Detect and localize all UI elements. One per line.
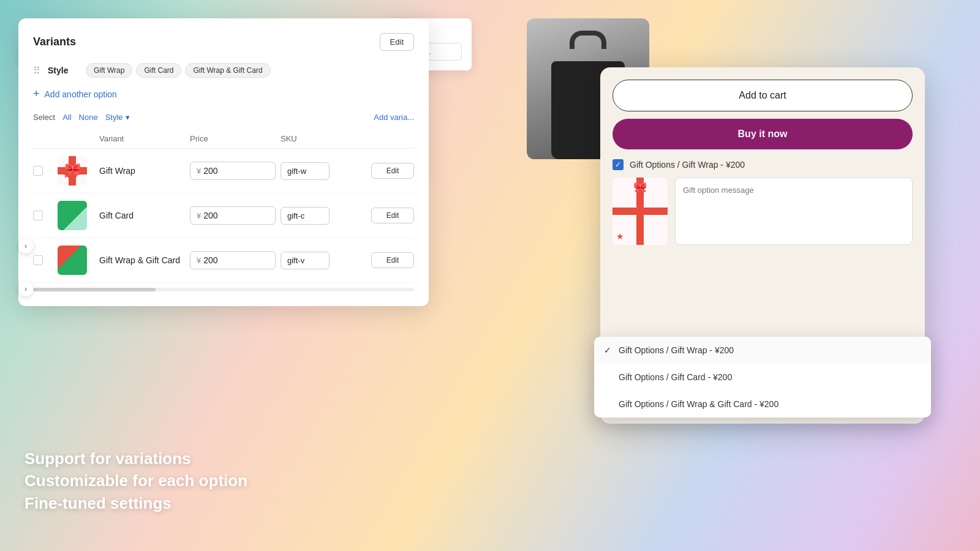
dropdown-spacer [612,255,913,347]
dropdown-item-2-label: Gift Options / Gift Card - ¥200 [619,372,732,382]
drag-handle-icon[interactable]: ⠿ [33,65,40,77]
checkmark-icon: ✓ [615,160,621,169]
variants-title: Variants [33,36,76,48]
gift-option-content: 🎀 ★ [612,178,913,245]
checkmark-icon: ✓ [604,345,614,355]
row-2-price[interactable]: ¥ 200 [190,206,276,225]
header-image-col [58,134,94,143]
table-row: 🎀 ★ Gift Wrap ¥ 200 gift-w Edit [33,149,414,193]
select-label: Select [33,113,55,122]
header-sku-col: SKU [281,134,366,143]
plus-icon: + [33,88,40,100]
row-2-thumb [58,201,87,230]
collapse-arrow-bottom[interactable]: › [18,282,33,296]
bottom-text-section: Support for variations Customizable for … [24,448,247,514]
gift-message-textarea[interactable] [675,178,913,245]
row-3-checkbox[interactable] [33,255,43,265]
style-tag-gift-wrap: Gift Wrap [86,63,132,78]
header-variant-col: Variant [99,134,185,143]
row-1-name: Gift Wrap [99,166,185,176]
select-none-link[interactable]: None [79,113,98,122]
select-all-link[interactable]: All [62,113,71,122]
row-3-sku[interactable]: gift-v [281,252,330,269]
style-label: Style [48,66,78,75]
row-2-sku[interactable]: gift-c [281,207,330,225]
dropdown-item-3-label: Gift Options / Gift Wrap & Gift Card - ¥… [619,399,778,409]
add-option-label: Add another option [45,89,117,99]
select-style-btn[interactable]: Style ▾ [105,113,130,122]
chevron-right-icon-2: › [24,285,27,293]
buy-it-now-button[interactable]: Buy it now [612,119,913,149]
header-price-col: Price [190,134,276,143]
row-2-name: Gift Card [99,211,185,220]
dropdown-menu: ✓ Gift Options / Gift Wrap - ¥200 Gift O… [594,337,931,418]
variants-header: Variants Edit [33,33,414,51]
horizontal-scrollbar[interactable] [33,288,414,291]
gift-option-section: ✓ Gift Options / Gift Wrap - ¥200 🎀 ★ [612,159,913,245]
add-option-button[interactable]: + Add another option [33,88,414,100]
dropdown-item-1[interactable]: ✓ Gift Options / Gift Wrap - ¥200 [594,337,931,364]
style-section: ⠿ Style Gift Wrap Gift Card Gift Wrap & … [33,63,414,78]
row-3-edit-button[interactable]: Edit [371,252,414,268]
gift-option-image: 🎀 ★ [612,178,668,245]
style-tag-gift-wrap-card: Gift Wrap & Gift Card [185,63,270,78]
bottom-text-line-1: Support for variations [24,448,247,470]
bottom-text-line-3: Fine-tuned settings [24,492,247,514]
style-row: ⠿ Style Gift Wrap Gift Card Gift Wrap & … [33,63,414,78]
select-row: Select All None Style ▾ Add varia... [33,113,414,122]
dropdown-item-1-label: Gift Options / Gift Wrap - ¥200 [619,345,734,355]
variants-table: Variant Price SKU 🎀 ★ Gift Wrap [33,129,414,283]
style-tag-gift-card: Gift Card [136,63,181,78]
row-2-checkbox[interactable] [33,211,43,220]
scrollbar-thumb[interactable] [33,288,156,291]
chevron-right-icon: › [24,242,27,250]
row-1-thumb: 🎀 ★ [58,156,87,186]
dropdown-item-3[interactable]: Gift Options / Gift Wrap & Gift Card - ¥… [594,391,931,418]
gift-option-checkbox-row: ✓ Gift Options / Gift Wrap - ¥200 [612,159,913,170]
collapse-arrow-top[interactable]: › [18,239,33,253]
header-checkbox-col [33,134,53,143]
table-row: Gift Wrap & Gift Card ¥ 200 gift-v Edit [33,238,414,283]
bottom-text-line-2: Customizable for each option [24,470,247,492]
admin-panel: Variants Edit ⠿ Style Gift Wrap Gift Car… [18,18,429,306]
gift-option-checkbox[interactable]: ✓ [612,159,624,170]
add-to-cart-button[interactable]: Add to cart [612,80,913,111]
row-3-price[interactable]: ¥ 200 [190,251,276,269]
row-1-checkbox[interactable] [33,166,43,176]
table-row: Gift Card ¥ 200 gift-c Edit [33,193,414,238]
row-1-edit-button[interactable]: Edit [371,163,414,179]
row-3-name: Gift Wrap & Gift Card [99,255,185,265]
row-3-thumb [58,246,87,275]
storefront-panel: Add to cart Buy it now ✓ Gift Options / … [600,67,925,424]
gift-option-label: Gift Options / Gift Wrap - ¥200 [630,160,745,170]
chevron-down-icon: ▾ [126,113,130,122]
edit-button[interactable]: Edit [380,33,414,51]
row-1-price[interactable]: ¥ 200 [190,162,276,180]
bag-strap [570,31,606,49]
table-header: Variant Price SKU [33,129,414,149]
style-tags-container: Gift Wrap Gift Card Gift Wrap & Gift Car… [86,63,271,78]
row-2-edit-button[interactable]: Edit [371,208,414,223]
row-1-sku[interactable]: gift-w [281,162,330,180]
add-variant-link[interactable]: Add varia... [374,113,414,122]
dropdown-item-2[interactable]: Gift Options / Gift Card - ¥200 [594,364,931,391]
header-action-col [371,134,414,143]
